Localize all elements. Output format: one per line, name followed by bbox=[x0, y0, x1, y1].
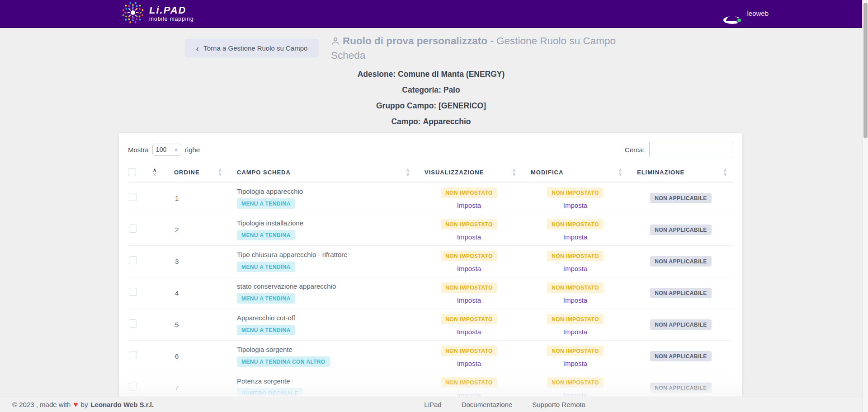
modifica-imposta-link[interactable]: Imposta bbox=[563, 265, 587, 272]
visualizzazione-cell: NON IMPOSTATO Imposta bbox=[416, 214, 522, 245]
visualizzazione-status-badge: NON IMPOSTATO bbox=[441, 282, 497, 293]
sort-icons: ∧∨ bbox=[618, 168, 622, 176]
top-header-bar: Li.PAD mobile mapping leoweb bbox=[0, 0, 868, 28]
visualizzazione-cell: NON IMPOSTATO Imposta bbox=[416, 309, 522, 340]
back-button[interactable]: ‹ Torna a Gestione Ruolo su Campo bbox=[185, 39, 319, 57]
row-checkbox[interactable] bbox=[129, 351, 137, 359]
row-checkbox[interactable] bbox=[129, 193, 137, 201]
info-adesione: Adesione: Comune di Manta (ENERGY) bbox=[0, 70, 862, 79]
lipad-logo[interactable]: Li.PAD mobile mapping bbox=[121, 1, 194, 26]
search-input[interactable] bbox=[649, 142, 733, 157]
user-menu[interactable]: leoweb bbox=[723, 5, 769, 23]
field-type-badge: MENU A TENDINA CON ALTRO bbox=[237, 356, 330, 367]
row-checkbox[interactable] bbox=[129, 225, 137, 233]
table-controls: Mostra 100 ∨ righe Cerca: bbox=[119, 133, 742, 162]
column-eliminazione[interactable]: ELIMINAZIONE ∧∨ bbox=[628, 162, 733, 182]
sort-icons: ∧∨ bbox=[406, 168, 410, 176]
back-button-label: Torna a Gestione Ruolo su Campo bbox=[203, 44, 307, 52]
table-row: 4 stato conservazione apparecchio MENU A… bbox=[128, 277, 733, 309]
table-body: 1 Tipologia apparecchio MENU A TENDINA N… bbox=[128, 182, 733, 397]
ordine-cell: 4 bbox=[163, 277, 228, 309]
visualizzazione-imposta-link[interactable]: Imposta bbox=[457, 265, 481, 272]
row-checkbox[interactable] bbox=[129, 319, 137, 328]
table-row: 7 Potenza sorgente NUMERO DECIMALE NON I… bbox=[128, 372, 733, 397]
modifica-imposta-link[interactable]: Imposta bbox=[563, 233, 587, 241]
modifica-imposta-link[interactable]: Imposta bbox=[563, 296, 587, 304]
info-gruppo-campo: Gruppo Campo: [GENERICO] bbox=[0, 101, 862, 111]
sort-icons: ∧∨ bbox=[218, 168, 222, 176]
modifica-cell: NON IMPOSTATO Imposta bbox=[522, 182, 628, 214]
field-type-badge: MENU A TENDINA bbox=[237, 230, 295, 240]
eliminazione-status-badge: NON APPLICABILE bbox=[650, 288, 712, 298]
visualizzazione-cell: NON IMPOSTATO Imposta bbox=[416, 182, 522, 214]
select-all-checkbox[interactable] bbox=[128, 168, 136, 176]
visualizzazione-cell: NON IMPOSTATO Imposta bbox=[416, 277, 522, 309]
table-card: Mostra 100 ∨ righe Cerca: bbox=[119, 133, 742, 397]
modifica-cell: NON IMPOSTATO Imposta bbox=[522, 372, 628, 397]
row-checkbox[interactable] bbox=[129, 288, 137, 296]
campo-name: Potenza sorgente bbox=[237, 377, 416, 385]
visualizzazione-status-badge: NON IMPOSTATO bbox=[441, 251, 497, 261]
field-type-badge: MENU A TENDINA bbox=[237, 293, 295, 304]
modifica-status-badge: NON IMPOSTATO bbox=[547, 251, 604, 261]
visualizzazione-imposta-link[interactable]: Imposta bbox=[457, 296, 481, 304]
modifica-status-badge: NON IMPOSTATO bbox=[547, 282, 604, 293]
ordine-cell: 5 bbox=[163, 309, 228, 340]
eliminazione-cell: NON APPLICABILE bbox=[628, 309, 733, 340]
chevron-down-icon: ∨ bbox=[175, 147, 178, 152]
eliminazione-status-badge: NON APPLICABILE bbox=[650, 319, 712, 330]
visualizzazione-cell: NON IMPOSTATO Imposta bbox=[416, 340, 522, 372]
visualizzazione-imposta-link[interactable]: Imposta bbox=[457, 201, 481, 209]
search-control: Cerca: bbox=[625, 142, 733, 157]
table-row: 6 Tipologia sorgente MENU A TENDINA CON … bbox=[128, 340, 733, 372]
eliminazione-cell: NON APPLICABILE bbox=[628, 214, 733, 245]
visualizzazione-status-badge: NON IMPOSTATO bbox=[441, 219, 497, 229]
fields-table: ∧∨ ORDINE ∧∨ CA bbox=[128, 162, 733, 397]
field-type-badge: MENU A TENDINA bbox=[237, 325, 295, 335]
username-label: leoweb bbox=[747, 9, 769, 17]
modifica-cell: NON IMPOSTATO Imposta bbox=[522, 214, 628, 245]
visualizzazione-status-badge: NON IMPOSTATO bbox=[441, 314, 497, 324]
column-ordine[interactable]: ORDINE ∧∨ bbox=[163, 162, 228, 182]
visualizzazione-imposta-link[interactable]: Imposta bbox=[457, 233, 481, 241]
modifica-imposta-link[interactable]: Imposta bbox=[563, 328, 587, 336]
row-checkbox[interactable] bbox=[129, 383, 137, 391]
visualizzazione-imposta-link[interactable]: Imposta bbox=[457, 328, 481, 336]
visualizzazione-status-badge: NON IMPOSTATO bbox=[441, 187, 497, 198]
chevron-left-icon: ‹ bbox=[196, 44, 199, 53]
eliminazione-status-badge: NON APPLICABILE bbox=[650, 351, 712, 361]
heart-icon: ♥ bbox=[73, 400, 78, 409]
column-visualizzazione[interactable]: VISUALIZZAZIONE ∧∨ bbox=[416, 162, 522, 182]
column-campo-scheda[interactable]: CAMPO SCHEDA ∧∨ bbox=[228, 162, 416, 182]
scrollbar-thumb[interactable] bbox=[863, 3, 868, 138]
visualizzazione-status-badge: NON IMPOSTATO bbox=[441, 346, 497, 356]
footer-links: LiPad Documentazione Supporto Remoto bbox=[154, 401, 856, 408]
page-length-select[interactable]: 100 ∨ bbox=[152, 144, 181, 156]
sort-icons: ∧∨ bbox=[512, 168, 516, 176]
modifica-imposta-link[interactable]: Imposta bbox=[563, 201, 587, 209]
modifica-cell: NON IMPOSTATO Imposta bbox=[522, 340, 628, 372]
row-checkbox[interactable] bbox=[129, 256, 137, 264]
online-status-dot bbox=[736, 18, 742, 23]
eliminazione-status-badge: NON APPLICABILE bbox=[650, 193, 712, 203]
table-header-row: ∧∨ ORDINE ∧∨ CA bbox=[128, 162, 733, 182]
page-scrollbar[interactable] bbox=[862, 0, 868, 412]
campo-scheda-cell: Tipologia sorgente MENU A TENDINA CON AL… bbox=[228, 340, 416, 372]
footer-link-lipad[interactable]: LiPad bbox=[424, 401, 441, 408]
column-select-all[interactable]: ∧∨ bbox=[128, 162, 163, 182]
footer-link-supporto-remoto[interactable]: Supporto Remoto bbox=[532, 401, 585, 408]
campo-name: Tipologia apparecchio bbox=[237, 187, 416, 195]
campo-scheda-cell: Tipologia apparecchio MENU A TENDINA bbox=[228, 182, 416, 214]
column-modifica[interactable]: MODIFICA ∧∨ bbox=[522, 162, 628, 182]
visualizzazione-cell: NON IMPOSTATO Imposta bbox=[416, 372, 522, 397]
visualizzazione-imposta-link[interactable]: Imposta bbox=[457, 360, 481, 367]
visualizzazione-status-badge: NON IMPOSTATO bbox=[441, 377, 497, 388]
footer-link-documentazione[interactable]: Documentazione bbox=[462, 401, 513, 408]
modifica-imposta-link[interactable]: Imposta bbox=[563, 360, 587, 367]
field-type-badge: NUMERO DECIMALE bbox=[237, 388, 302, 397]
table-row: 5 Apparecchio cut-off MENU A TENDINA NON… bbox=[128, 309, 733, 340]
context-info: Adesione: Comune di Manta (ENERGY) Categ… bbox=[0, 70, 862, 133]
ordine-cell: 3 bbox=[163, 245, 228, 277]
modifica-imposta-link[interactable]: Imposta bbox=[563, 391, 587, 397]
visualizzazione-imposta-link[interactable]: Imposta bbox=[457, 391, 481, 397]
